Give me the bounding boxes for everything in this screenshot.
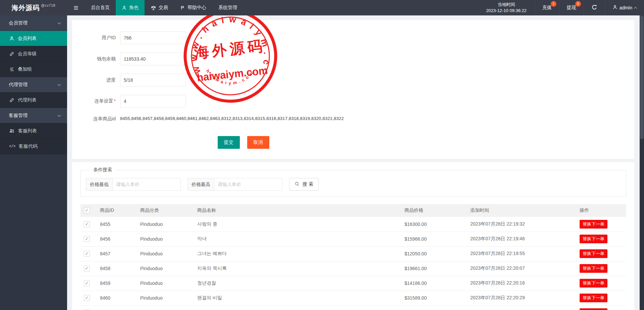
vertical-scrollbar[interactable] — [640, 15, 644, 310]
person-icon — [612, 5, 618, 11]
header-time: 添加时间 — [467, 204, 576, 217]
sidebar-item-label: 客服列表 — [18, 128, 37, 134]
cell-price: $12050.00 — [401, 246, 467, 261]
sidebar-item-member-list[interactable]: 会员列表 — [0, 31, 67, 46]
admin-menu[interactable]: admin — [605, 0, 644, 15]
cell-price: $15966.00 — [401, 232, 467, 246]
cell-time: 2023年07月28日 22:20:16 — [467, 276, 576, 291]
sidebar-group-agent-mgmt[interactable]: 代理管理 — [0, 77, 67, 92]
condition-search-fieldset: 条件搜索 价格最低 价格最高 搜 索 — [80, 167, 626, 197]
select-all-checkbox[interactable] — [84, 207, 90, 213]
replace-next-order-button[interactable]: 替换下一单 — [580, 220, 607, 229]
refresh-button[interactable] — [584, 0, 605, 15]
header-name: 商品名称 — [194, 204, 401, 217]
app-logo-text: 海外源码 — [12, 3, 40, 12]
user-id-field[interactable] — [120, 32, 186, 44]
recharge-button[interactable]: 充值 1 — [535, 0, 559, 15]
max-price-input[interactable] — [214, 178, 282, 191]
sidebar-item-stack-group[interactable]: 叠加组 — [0, 62, 67, 77]
cell-price: $19661.00 — [401, 261, 467, 276]
cancel-button[interactable]: 取消 — [247, 136, 269, 149]
hamburger-icon — [73, 5, 79, 11]
chevron-down-icon — [58, 82, 61, 86]
replace-next-order-button[interactable]: 替换下一单 — [580, 294, 607, 302]
chevron-down-icon — [58, 21, 61, 24]
progress-label: 进度 — [80, 77, 120, 83]
sidebar-item-label: 客服代码 — [19, 143, 38, 149]
min-price-label: 价格最低 — [86, 178, 112, 191]
search-button[interactable]: 搜 索 — [289, 178, 319, 191]
chain-setting-field[interactable] — [120, 95, 186, 108]
header-price: 商品价格 — [401, 204, 467, 217]
sidebar-item-member-level[interactable]: 会员等级 — [0, 46, 67, 62]
table-row: 8460 Pinduoduo 팬걸의 비밀 $31589.00 2023年07月… — [80, 291, 626, 305]
row-checkbox[interactable] — [84, 295, 90, 301]
replace-next-order-button[interactable]: 替换下一单 — [580, 279, 607, 288]
sidebar-item-support-code[interactable]: </> 客服代码 — [0, 139, 67, 154]
row-checkbox[interactable] — [84, 221, 90, 227]
replace-next-order-button[interactable]: 替换下一单 — [580, 249, 607, 258]
cell-name: 팬걸의 비밀 — [194, 291, 401, 305]
condition-search-legend: 条件搜索 — [90, 167, 115, 173]
cell-price: $14186.00 — [401, 276, 467, 291]
table-row: 8456 Pinduoduo 악녀 $15966.00 2023年07月28日 … — [80, 232, 626, 246]
cell-product-id: 8459 — [97, 276, 137, 291]
row-checkbox[interactable] — [84, 280, 90, 286]
cell-name: 가상 도시 — [194, 305, 401, 310]
min-price-input[interactable] — [112, 178, 181, 191]
recharge-label: 充值 — [542, 5, 552, 11]
cell-category: Pinduoduo — [137, 276, 194, 291]
chain-setting-label: 连单设置* — [80, 98, 120, 104]
cell-category: Pinduoduo — [137, 261, 194, 276]
recharge-badge: 1 — [551, 1, 556, 7]
main-layout: 会员管理 会员列表 会员等级 叠加组 代理管理 — [0, 15, 644, 310]
submit-button[interactable]: 提交 — [218, 136, 240, 149]
withdraw-badge: 0 — [575, 1, 581, 7]
content-area: 用户ID 钱包余额 进度 连单设置* 连单商品id 8455,8456,8457… — [67, 15, 644, 310]
sidebar-group-support-mgmt[interactable]: 客服管理 — [0, 108, 67, 123]
header-action: 操作 — [576, 204, 626, 217]
cell-category: Pinduoduo — [137, 291, 194, 305]
nav-trade[interactable]: 交易 — [145, 0, 174, 15]
user-id-label: 用户ID — [80, 35, 120, 41]
row-checkbox[interactable] — [84, 265, 90, 271]
menu-collapse-button[interactable] — [67, 0, 85, 15]
sidebar-item-support-list[interactable]: 客服列表 — [0, 123, 67, 139]
cell-product-id: 8458 — [97, 261, 137, 276]
cell-time: 2023年07月28日 22:19:55 — [467, 246, 576, 261]
row-checkbox[interactable] — [84, 251, 90, 257]
sidebar-group-member-mgmt[interactable]: 会员管理 — [0, 15, 67, 31]
scrollbar-thumb[interactable] — [640, 15, 644, 139]
withdraw-label: 提现 — [567, 5, 576, 11]
nav-roles-label: 角色 — [129, 5, 139, 11]
table-row: 8458 Pinduoduo 지옥의 묵시록 $19661.00 2023年07… — [80, 261, 626, 276]
nav-roles[interactable]: 角色 — [116, 0, 145, 15]
cell-category: Pinduoduo — [137, 246, 194, 261]
replace-next-order-button[interactable]: 替换下一单 — [580, 235, 607, 243]
row-checkbox[interactable] — [84, 236, 90, 242]
cell-product-id: 8456 — [97, 232, 137, 246]
local-time-label: 当地时间 — [498, 2, 515, 8]
nav-system[interactable]: 系统管理 — [212, 0, 243, 15]
progress-field[interactable] — [120, 74, 186, 86]
chain-product-ids-label: 连单商品id — [80, 116, 120, 122]
cell-name: 사랑의 종 — [194, 217, 401, 232]
replace-next-order-button[interactable]: 替换下一单 — [580, 264, 607, 273]
topbar-right: 当地时间 2023-12-10 09:36:22 充值 1 提现 0 admin — [478, 0, 644, 15]
nav-help-center[interactable]: 帮助中心 — [174, 0, 212, 15]
cell-price: $19546.00 — [401, 305, 467, 310]
replace-next-order-button[interactable]: 替换下一单 — [580, 308, 607, 310]
wallet-balance-field[interactable] — [120, 53, 186, 65]
withdraw-button[interactable]: 提现 0 — [559, 0, 584, 15]
nav-dashboard[interactable]: 后台首页 — [85, 0, 116, 15]
local-time-value: 2023-12-10 09:36:22 — [486, 8, 527, 14]
link-icon — [9, 98, 14, 103]
max-price-group: 价格最高 — [187, 178, 282, 191]
cell-product-id: 8461 — [97, 305, 137, 310]
cell-name: 지옥의 묵시록 — [194, 261, 401, 276]
chain-product-ids-value: 8455,8456,8457,8458,8459,8460,8461,8462,… — [120, 116, 344, 121]
products-table: 商品ID 商品分类 商品名称 商品价格 添加时间 操作 8455 Pinduod… — [80, 204, 626, 310]
sidebar-item-agent-list[interactable]: 代理列表 — [0, 92, 67, 108]
search-table-panel: 条件搜索 价格最低 价格最高 搜 索 — [72, 162, 634, 310]
cell-category: Pinduoduo — [137, 305, 194, 310]
